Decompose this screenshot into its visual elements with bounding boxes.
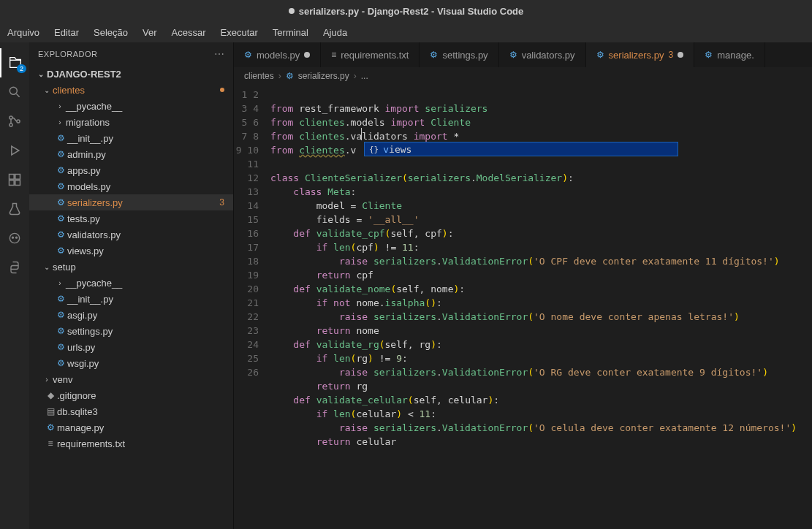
code-line[interactable]: class Meta: xyxy=(270,185,812,199)
file-tree[interactable]: ⌄ DJANGO-REST2 ⌄ clientes ›__pycache__ ›… xyxy=(29,66,233,529)
menu-arquivo[interactable]: Arquivo xyxy=(0,27,47,38)
tab-models[interactable]: ⚙models.py xyxy=(234,42,321,67)
folder-setup-pycache[interactable]: ›__pycache__ xyxy=(29,275,233,291)
folder-venv[interactable]: ›venv xyxy=(29,371,233,387)
copilot-icon[interactable] xyxy=(0,224,29,253)
code-line[interactable]: return rg xyxy=(270,379,812,393)
file-db[interactable]: ▤db.sqlite3 xyxy=(29,403,233,419)
code-content[interactable]: from rest_framework import serializersfr… xyxy=(270,85,812,529)
file-validators[interactable]: ⚙validators.py xyxy=(29,227,233,243)
folder-label: clientes xyxy=(53,85,220,96)
folder-pycache[interactable]: ›__pycache__ xyxy=(29,98,233,114)
menu-editar[interactable]: Editar xyxy=(47,27,86,38)
file-init[interactable]: ⚙__init__.py xyxy=(29,130,233,146)
search-icon[interactable] xyxy=(0,77,29,107)
menu-acessar[interactable]: Acessar xyxy=(164,27,213,38)
code-line[interactable]: if len(rg) != 9: xyxy=(270,351,812,365)
extensions-icon[interactable] xyxy=(0,165,29,194)
code-line[interactable]: raise serializers.ValidationError('O CPF… xyxy=(270,254,812,268)
intellisense-suggest[interactable]: {} views xyxy=(364,142,678,156)
code-line[interactable]: model = Cliente xyxy=(270,199,812,213)
file-requirements[interactable]: ≡requirements.txt xyxy=(29,435,233,452)
menu-ver[interactable]: Ver xyxy=(135,27,164,38)
code-line[interactable]: return nome xyxy=(270,324,812,338)
file-wsgi[interactable]: ⚙wsgi.py xyxy=(29,355,233,371)
tab-manage[interactable]: ⚙manage. xyxy=(694,42,765,67)
file-setup-init[interactable]: ⚙__init__.py xyxy=(29,291,233,307)
code-line[interactable]: raise serializers.ValidationError('O RG … xyxy=(270,365,812,379)
tab-requirements[interactable]: ≡requirements.txt xyxy=(321,42,420,67)
code-line[interactable]: return celular xyxy=(270,435,812,449)
menu-terminal[interactable]: Terminal xyxy=(265,27,316,38)
code-line[interactable]: fields = '__all__' xyxy=(270,213,812,227)
explorer-title: EXPLORADOR xyxy=(38,50,97,58)
code-line[interactable]: if len(celular) < 11: xyxy=(270,407,812,421)
problems-badge: 3 xyxy=(668,50,673,60)
menu-executar[interactable]: Executar xyxy=(213,27,265,38)
file-gitignore[interactable]: ◆.gitignore xyxy=(29,387,233,403)
svg-point-3 xyxy=(10,123,12,126)
breadcrumb[interactable]: clientes › ⚙ serializers.py › ... xyxy=(234,67,812,85)
folder-label: migrations xyxy=(66,117,227,128)
editor-tabs[interactable]: ⚙models.py ≡requirements.txt ⚙settings.p… xyxy=(234,42,812,67)
file-settings[interactable]: ⚙settings.py xyxy=(29,323,233,339)
run-debug-icon[interactable] xyxy=(0,136,29,165)
folder-clientes[interactable]: ⌄ clientes xyxy=(29,82,233,98)
file-label: manage.py xyxy=(57,422,227,433)
svg-rect-9 xyxy=(15,180,20,186)
testing-icon[interactable] xyxy=(0,194,29,224)
tab-settings[interactable]: ⚙settings.py xyxy=(420,42,498,67)
folder-migrations[interactable]: ›migrations xyxy=(29,114,233,130)
window-title: serializers.py - Django-Rest2 - Visual S… xyxy=(299,6,524,17)
svg-rect-6 xyxy=(10,175,15,180)
file-admin[interactable]: ⚙admin.py xyxy=(29,146,233,162)
code-line[interactable]: def validate_celular(self, celular): xyxy=(270,393,812,407)
explorer-icon[interactable]: 2 xyxy=(0,48,29,77)
code-line[interactable]: from rest_framework import serializers xyxy=(270,102,812,115)
code-line[interactable]: from clientes.models import Cliente xyxy=(270,115,812,129)
python-icon[interactable] xyxy=(0,253,29,282)
code-line[interactable]: def validate_nome(self, nome): xyxy=(270,282,812,296)
code-line[interactable]: if len(cpf) != 11: xyxy=(270,240,812,254)
file-views[interactable]: ⚙views.py xyxy=(29,243,233,259)
code-line[interactable]: def validate_cpf(self, cpf): xyxy=(270,227,812,240)
folder-setup[interactable]: ⌄setup xyxy=(29,259,233,275)
crumb-more[interactable]: ... xyxy=(361,71,368,81)
crumb-file[interactable]: serializers.py xyxy=(298,71,349,81)
problems-badge: 3 xyxy=(219,197,227,208)
source-control-icon[interactable] xyxy=(0,107,29,136)
code-line[interactable] xyxy=(270,449,812,463)
code-line[interactable]: class ClienteSerializer(serializers.Mode… xyxy=(270,171,812,185)
gitignore-file-icon: ◆ xyxy=(44,390,57,400)
file-manage[interactable]: ⚙manage.py xyxy=(29,419,233,435)
code-line[interactable]: def validate_rg(self, rg): xyxy=(270,338,812,351)
file-label: urls.py xyxy=(67,342,227,353)
code-line[interactable]: return cpf xyxy=(270,268,812,282)
code-line[interactable]: raise serializers.ValidationError('O nom… xyxy=(270,310,812,324)
python-file-icon: ⚙ xyxy=(286,71,294,81)
file-tests[interactable]: ⚙tests.py xyxy=(29,210,233,227)
explorer-more-icon[interactable]: ⋯ xyxy=(214,48,225,60)
file-label: validators.py xyxy=(67,229,227,240)
file-models[interactable]: ⚙models.py xyxy=(29,178,233,194)
file-serializers[interactable]: ⚙serializers.py3 xyxy=(29,194,233,210)
text-file-icon: ≡ xyxy=(331,50,336,60)
tree-root[interactable]: ⌄ DJANGO-REST2 xyxy=(29,66,233,82)
tab-validators[interactable]: ⚙validators.py xyxy=(499,42,586,67)
crumb-folder[interactable]: clientes xyxy=(244,71,274,81)
file-apps[interactable]: ⚙apps.py xyxy=(29,162,233,178)
menu-selecao[interactable]: Seleção xyxy=(86,27,135,38)
chevron-down-icon: ⌄ xyxy=(41,263,53,271)
code-line[interactable]: raise serializers.ValidationError('O cel… xyxy=(270,421,812,435)
menu-bar[interactable]: Arquivo Editar Seleção Ver Acessar Execu… xyxy=(0,22,812,42)
menu-ajuda[interactable]: Ajuda xyxy=(316,27,354,38)
code-line[interactable]: if not nome.isalpha(): xyxy=(270,296,812,310)
module-icon: {} xyxy=(369,142,379,156)
file-asgi[interactable]: ⚙asgi.py xyxy=(29,307,233,323)
code-editor[interactable]: 1 2 3 4 5 6 7 8 9 10 11 12 13 14 15 16 1… xyxy=(234,85,812,529)
file-urls[interactable]: ⚙urls.py xyxy=(29,339,233,355)
explorer-sidebar: EXPLORADOR ⋯ ⌄ DJANGO-REST2 ⌄ clientes ›… xyxy=(29,42,234,529)
code-line[interactable] xyxy=(270,157,812,171)
tab-serializers[interactable]: ⚙serializers.py3 xyxy=(586,42,695,67)
tab-label: validators.py xyxy=(522,50,575,61)
